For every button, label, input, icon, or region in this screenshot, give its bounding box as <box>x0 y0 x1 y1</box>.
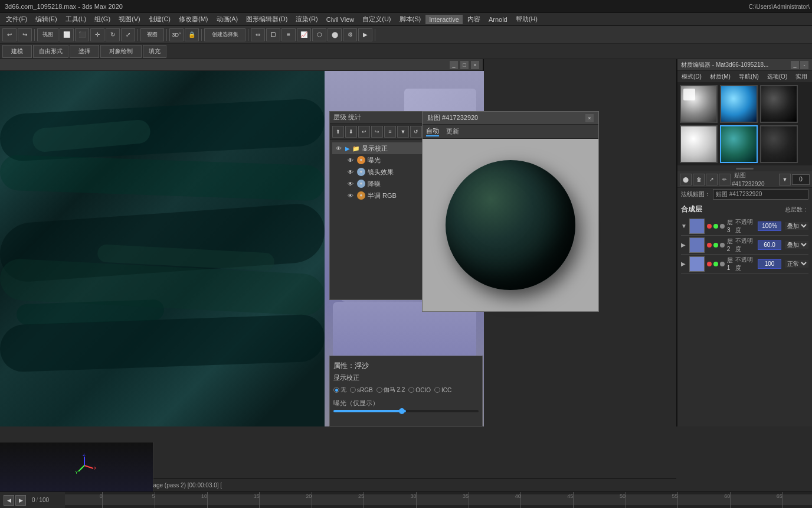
mat-tool-2[interactable]: 🗑 <box>693 174 705 185</box>
menu-content[interactable]: 内容 <box>464 14 484 25</box>
layer2-opacity-input[interactable] <box>758 240 781 250</box>
radio-icc[interactable]: ICC <box>434 387 451 393</box>
minimize-panel-button[interactable]: _ <box>450 61 458 69</box>
radio-none[interactable]: 无 <box>333 386 346 394</box>
snap-toggle[interactable]: 🔒 <box>185 28 199 41</box>
layer1-opacity-input[interactable] <box>758 259 781 269</box>
timeline-bar[interactable]: 0 5 10 15 20 25 30 35 40 45 50 <box>65 492 812 508</box>
menu-graph-editors[interactable]: 图形编辑器(D) <box>243 14 291 25</box>
scale-button[interactable]: ⤢ <box>121 28 135 41</box>
radio-ocio[interactable]: OCIO <box>408 387 431 393</box>
maximize-panel-button[interactable]: □ <box>460 61 469 69</box>
move-button[interactable]: ✛ <box>90 28 104 41</box>
texture-window-close[interactable]: × <box>585 114 594 122</box>
layer2-mode-select[interactable]: 叠加 <box>785 241 808 249</box>
layer1-expand-icon[interactable]: ▶ <box>681 260 687 267</box>
menu-modifiers[interactable]: 修改器(M) <box>175 14 212 25</box>
curve-editor-button[interactable]: 📈 <box>297 28 311 41</box>
layer-tool-4[interactable]: ↪ <box>371 126 383 138</box>
radio-gamma[interactable]: 伽马 2.2 <box>376 386 405 394</box>
view-dropdown[interactable]: 视图 <box>140 28 164 41</box>
menu-interactive[interactable]: Interactive <box>425 15 463 24</box>
populate-tab[interactable]: 填充 <box>143 45 166 58</box>
layer-tool-3[interactable]: ↩ <box>358 126 370 138</box>
menu-animation[interactable]: 动画(A) <box>213 14 242 25</box>
align-button[interactable]: ⧠ <box>266 28 280 41</box>
render-setup-button[interactable]: ⚙ <box>343 28 357 41</box>
timeline-controls[interactable]: ◀ ▶ <box>0 495 30 506</box>
layer-manager-button[interactable]: ≡ <box>281 28 296 41</box>
mat-menu-utility[interactable]: 实用 <box>794 73 809 81</box>
schematic-view-button[interactable]: ⬡ <box>312 28 326 41</box>
menu-civil-view[interactable]: Civil View <box>323 15 358 24</box>
menu-arnold[interactable]: Arnold <box>485 15 511 24</box>
menu-group[interactable]: 组(G) <box>91 14 114 25</box>
mat-editor-minimize[interactable]: _ <box>791 61 799 69</box>
timeline-next-button[interactable]: ▶ <box>15 495 26 506</box>
tab-update[interactable]: 更新 <box>446 127 459 136</box>
layer-tool-6[interactable]: ▼ <box>397 126 409 138</box>
prop-radio-row[interactable]: 无 sRGB 伽马 2.2 OCIO ICC <box>333 386 479 394</box>
layer-tool-undo[interactable]: ↺ <box>410 126 422 138</box>
mat-tool-5[interactable]: ▼ <box>779 174 791 185</box>
slider-container[interactable] <box>333 410 479 412</box>
menu-edit[interactable]: 编辑(E) <box>32 14 61 25</box>
select-region-button[interactable]: ⬛ <box>75 28 89 41</box>
mat-menu-options[interactable]: 选项(O) <box>765 73 789 81</box>
select-all-button[interactable]: 视图 <box>37 28 58 41</box>
mat-sample-blue[interactable] <box>720 85 758 123</box>
mat-sample-white[interactable] <box>680 125 718 163</box>
layer2-expand-icon[interactable]: ▶ <box>681 242 687 248</box>
menu-customize[interactable]: 自定义(U) <box>359 14 394 25</box>
mat-menu-mode[interactable]: 模式(D) <box>680 73 703 81</box>
undo-button[interactable]: ↩ <box>2 28 17 41</box>
layer-eye-icon[interactable]: 👁 <box>335 144 343 152</box>
layer-eye-lens[interactable]: 👁 <box>346 168 355 176</box>
layer3-expand-icon[interactable]: ▼ <box>681 223 687 229</box>
freeform-tab[interactable]: 自由形式 <box>33 45 68 58</box>
mat-sample-teal[interactable] <box>720 125 758 163</box>
material-editor-button[interactable]: ⬤ <box>328 28 342 41</box>
mat-menu-nav[interactable]: 导航(N) <box>737 73 761 81</box>
layer3-mode-select[interactable]: 叠加 <box>785 222 808 230</box>
mirror-button[interactable]: ⇔ <box>251 28 265 41</box>
menu-create[interactable]: 创建(C) <box>145 14 174 25</box>
close-panel-button[interactable]: × <box>471 61 479 69</box>
menu-scripting[interactable]: 脚本(S) <box>396 14 425 25</box>
mat-map-input[interactable] <box>713 189 808 200</box>
mat-menu-material[interactable]: 材质(M) <box>708 73 732 81</box>
redo-button[interactable]: ↪ <box>18 28 32 41</box>
menu-rendering[interactable]: 渲染(R) <box>292 14 321 25</box>
mat-sample-dark[interactable] <box>760 85 798 123</box>
rotate-button[interactable]: ↻ <box>106 28 120 41</box>
mat-sample-dark2[interactable] <box>760 125 798 163</box>
modeling-tab[interactable]: 建模 <box>2 45 32 58</box>
layer-tool-5[interactable]: ≡ <box>384 126 396 138</box>
select-object-button[interactable]: ⬜ <box>60 28 74 41</box>
menu-help[interactable]: 帮助(H) <box>512 14 541 25</box>
mat-sample-grey[interactable] <box>680 85 718 123</box>
render-frame-button[interactable]: ▶ <box>358 28 372 41</box>
layer1-mode-select[interactable]: 正常 <box>785 260 808 268</box>
mat-tool-1[interactable]: ⬤ <box>680 174 692 185</box>
tab-auto[interactable]: 自动 <box>426 126 439 136</box>
timeline-prev-button[interactable]: ◀ <box>4 495 14 506</box>
slider-thumb[interactable] <box>399 408 405 414</box>
layer-eye-exposure[interactable]: 👁 <box>346 156 355 164</box>
layer3-opacity-input[interactable] <box>758 222 781 231</box>
menu-file[interactable]: 文件(F) <box>2 14 31 25</box>
exposure-slider[interactable] <box>333 410 479 412</box>
layer-eye-denoise[interactable]: 👁 <box>346 180 355 188</box>
snap-3d-button[interactable]: 3D° <box>169 28 184 41</box>
selection-tab[interactable]: 选择 <box>70 45 99 58</box>
layer-eye-halftone[interactable]: 👁 <box>346 191 355 200</box>
named-selection-button[interactable]: 创建选择集 <box>204 28 245 41</box>
object-paint-tab[interactable]: 对象绘制 <box>100 45 142 58</box>
mat-numeric-input[interactable] <box>792 174 810 185</box>
menu-views[interactable]: 视图(V) <box>115 14 144 25</box>
menu-tools[interactable]: 工具(L) <box>62 14 90 25</box>
layer-tool-1[interactable]: ⬆ <box>332 126 344 138</box>
mat-tool-3[interactable]: ↗ <box>706 174 718 185</box>
mat-editor-close[interactable]: - <box>800 61 808 69</box>
mat-tool-4[interactable]: ✏ <box>719 174 731 185</box>
